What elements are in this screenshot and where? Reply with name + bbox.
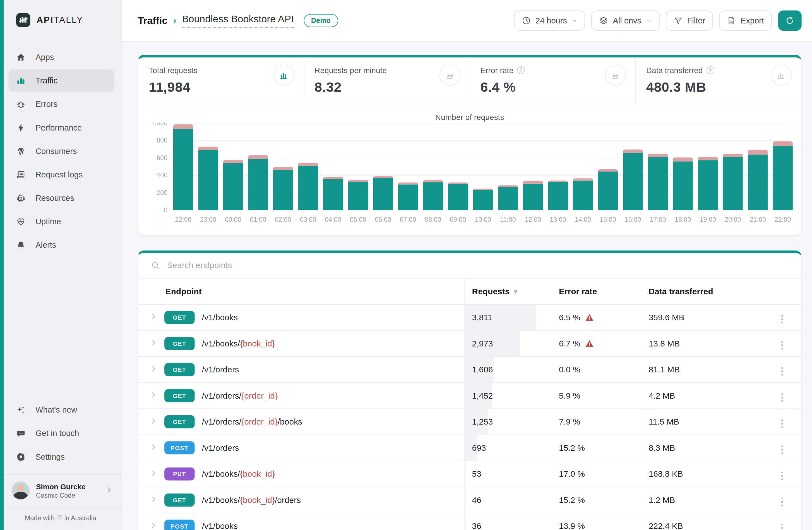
sidebar-item-apps[interactable]: Apps	[9, 46, 114, 68]
bell-icon	[16, 240, 26, 250]
column-data-transferred[interactable]: Data transferred	[649, 279, 779, 305]
x-axis-tick: 14:00	[575, 216, 591, 223]
row-menu-button[interactable]	[779, 443, 785, 456]
expand-row-chevron-icon[interactable]	[150, 339, 157, 348]
expand-row-chevron-icon[interactable]	[150, 392, 157, 400]
endpoint-row[interactable]: GET /v1/orders 1,606 0.0 % 81.1 MB	[139, 356, 801, 383]
endpoint-row[interactable]: POST /v1/orders 693 15.2 % 8.3 MB	[139, 435, 801, 461]
user-org: Cosmic Code	[36, 492, 86, 499]
endpoint-row[interactable]: GET /v1/orders/{order_id}/books 1,253 7.…	[139, 409, 801, 435]
stat-requests-per-minute[interactable]: Requests per minute 8.32	[304, 57, 469, 104]
lightning-icon	[16, 123, 26, 132]
top-bar: Traffic › Boundless Bookstore API Demo 2…	[122, 0, 812, 42]
endpoint-row[interactable]: POST /v1/books 36 13.9 % 222.4 KB	[139, 513, 801, 530]
brand-name-bold: API	[37, 15, 54, 25]
endpoint-row[interactable]: GET /v1/books/{book_id} 2,973 6.7 % 13.8…	[139, 330, 801, 357]
sidebar-item-uptime[interactable]: Uptime	[9, 210, 114, 233]
sidebar-secondary-nav: What's new Get in touch Settings	[0, 390, 121, 474]
row-menu-button[interactable]	[779, 496, 785, 508]
x-axis-tick: 19:00	[699, 216, 716, 223]
sidebar-item-alerts[interactable]: Alerts	[9, 234, 114, 256]
column-error-rate[interactable]: Error rate	[559, 279, 649, 305]
requests-value: 53	[464, 469, 481, 478]
sidebar-item-errors[interactable]: Errors	[9, 93, 114, 115]
x-axis-tick: 01:00	[250, 216, 266, 223]
requests-value: 2,973	[464, 339, 493, 348]
environment-dropdown[interactable]: All envs	[592, 10, 659, 31]
endpoint-path: /v1/books	[202, 521, 238, 530]
sidebar-item-settings[interactable]: Settings	[9, 445, 114, 468]
expand-row-chevron-icon[interactable]	[150, 365, 157, 374]
x-axis-tick: 11:00	[500, 216, 516, 223]
gear-icon	[16, 452, 26, 462]
breadcrumb-section: Traffic	[138, 15, 168, 26]
stat-error-rate[interactable]: Error rate? 6.4 %	[469, 57, 635, 104]
requests-value: 46	[464, 496, 481, 504]
y-axis-tick: 400	[157, 172, 168, 179]
bar-chart-icon	[16, 76, 26, 85]
row-menu-button[interactable]	[779, 417, 785, 430]
search-input[interactable]	[167, 261, 788, 270]
x-axis-tick: 13:00	[550, 216, 566, 223]
requests-value: 1,452	[464, 391, 493, 400]
row-menu-button[interactable]	[779, 339, 785, 352]
expand-row-chevron-icon[interactable]	[150, 521, 157, 530]
stat-total-requests[interactable]: Total requests 11,984	[139, 57, 304, 104]
expand-row-chevron-icon[interactable]	[150, 470, 157, 479]
refresh-button[interactable]	[778, 10, 801, 31]
x-axis-tick: 00:00	[225, 216, 241, 223]
help-icon[interactable]: ?	[707, 67, 714, 74]
endpoint-row[interactable]: GET /v1/orders/{order_id} 1,452 5.9 % 4.…	[139, 383, 801, 409]
help-icon[interactable]: ?	[517, 67, 525, 74]
sidebar-item-whats-new[interactable]: What's new	[9, 399, 114, 421]
row-menu-button[interactable]	[779, 391, 785, 404]
sidebar-item-performance[interactable]: Performance	[9, 116, 114, 138]
footer-text: in Australia	[64, 514, 96, 521]
expand-row-chevron-icon[interactable]	[150, 417, 157, 426]
sidebar-item-label: Consumers	[35, 146, 77, 156]
sidebar-item-label: What's new	[35, 405, 77, 414]
content-scroll-area[interactable]: Total requests 11,984 Requests per minut…	[122, 42, 812, 530]
sidebar-item-get-in-touch[interactable]: Get in touch	[9, 422, 114, 444]
column-requests-sort[interactable]: Requests▼	[464, 279, 559, 305]
expand-row-chevron-icon[interactable]	[150, 313, 157, 322]
row-menu-button[interactable]	[779, 365, 785, 378]
row-menu-button[interactable]	[779, 313, 785, 325]
toolbar: 24 hours All envs Filter csv Export	[514, 10, 801, 31]
row-menu-button[interactable]	[779, 469, 785, 482]
sidebar-item-traffic[interactable]: Traffic	[9, 70, 114, 92]
sidebar-item-resources[interactable]: Resources	[9, 187, 114, 209]
expand-row-chevron-icon[interactable]	[150, 496, 157, 505]
stat-label: Data transferred	[646, 66, 703, 75]
endpoint-path: /v1/orders	[202, 365, 239, 374]
stat-data-transferred[interactable]: Data transferred? 480.3 MB	[635, 57, 801, 104]
endpoint-row[interactable]: GET /v1/books/{book_id}/orders 46 15.2 %…	[139, 487, 801, 513]
refresh-icon	[785, 16, 795, 26]
breadcrumb-app-selector[interactable]: Boundless Bookstore API	[182, 13, 294, 28]
apitally-logo-icon	[16, 13, 30, 27]
row-menu-button[interactable]	[779, 521, 785, 530]
stat-value: 480.3 MB	[646, 79, 790, 95]
demo-badge: Demo	[304, 14, 338, 27]
endpoint-row[interactable]: PUT /v1/books/{book_id} 53 17.0 % 168.8 …	[139, 461, 801, 487]
expand-row-chevron-icon[interactable]	[150, 443, 157, 453]
method-badge: GET	[164, 311, 194, 324]
chevron-right-icon: ›	[173, 15, 176, 26]
export-button[interactable]: csv Export	[719, 10, 772, 31]
chat-icon	[16, 428, 26, 438]
filter-button[interactable]: Filter	[666, 10, 713, 31]
error-rate-value: 6.7 %	[559, 339, 580, 349]
filter-label: Filter	[687, 16, 705, 25]
endpoint-row[interactable]: GET /v1/books 3,811 6.5 % 359.6 MB	[139, 304, 801, 330]
x-axis-tick: 18:00	[675, 216, 691, 223]
traffic-overview-card: Total requests 11,984 Requests per minut…	[138, 55, 802, 236]
time-range-dropdown[interactable]: 24 hours	[514, 10, 585, 31]
sidebar-item-consumers[interactable]: Consumers	[9, 140, 114, 162]
x-axis-tick: 05:00	[350, 216, 366, 223]
user-menu[interactable]: Simon Gurcke Cosmic Code	[0, 474, 121, 506]
sidebar-item-label: Performance	[35, 123, 82, 132]
requests-value: 693	[464, 443, 486, 452]
x-axis-tick: 17:00	[650, 216, 666, 223]
sidebar-item-request-logs[interactable]: Request logs	[9, 163, 114, 186]
method-badge: POST	[164, 441, 194, 454]
